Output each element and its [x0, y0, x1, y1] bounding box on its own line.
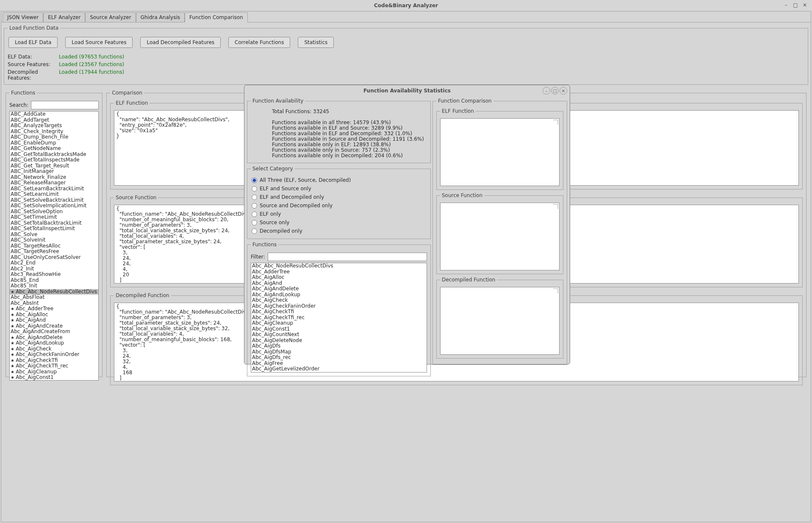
- list-item[interactable]: ABC_SetTotalInspectLimit: [10, 226, 98, 232]
- list-item[interactable]: Abc_AigCheck: [10, 346, 98, 352]
- close-icon[interactable]: ✕: [801, 1, 809, 9]
- list-item[interactable]: Abc_AigCheckTfi_rec: [251, 315, 427, 321]
- functions-listbox[interactable]: ABC_AddGateABC_AddTargetABC_AnalyzeTarge…: [9, 111, 99, 381]
- correlate-functions-button[interactable]: Correlate Functions: [228, 37, 290, 48]
- load-decompiled-features-button[interactable]: Load Decompiled Features: [140, 37, 221, 48]
- list-item[interactable]: Abc_AigCheckFaninOrder: [10, 352, 98, 358]
- radio-input[interactable]: [252, 178, 257, 183]
- list-item[interactable]: Abc_AigCountNext: [251, 332, 427, 338]
- list-item[interactable]: Abc_AigCleanup: [251, 320, 427, 326]
- list-item[interactable]: ABC_GetTotalInspectsMade: [10, 157, 98, 163]
- list-item[interactable]: ABC_InitManager: [10, 169, 98, 175]
- list-item[interactable]: ABC_SetSolveImplicationLimit: [10, 203, 98, 209]
- radio-input[interactable]: [252, 186, 257, 192]
- dialog-minimize-icon[interactable]: –: [543, 87, 550, 95]
- list-item[interactable]: Abc_AigCheckTfi_rec: [10, 363, 98, 369]
- list-item[interactable]: Abc_AigAnd: [251, 281, 427, 287]
- list-item[interactable]: ABC_SetLearnLimit: [10, 192, 98, 198]
- list-item[interactable]: Abc_AigDfs: [251, 343, 427, 349]
- list-item[interactable]: Abc_AbsInt: [10, 300, 98, 306]
- list-item[interactable]: ABC_ReleaseManager: [10, 180, 98, 186]
- dialog-close-icon[interactable]: ✕: [560, 87, 567, 95]
- list-item[interactable]: Abc_AigConst1: [10, 375, 98, 381]
- tab-elf-analyzer[interactable]: ELF Analyzer: [43, 12, 85, 22]
- list-item[interactable]: ABC_Get_Target_Result: [10, 163, 98, 169]
- list-item[interactable]: Abc_AigCheckTfi: [251, 309, 427, 315]
- dialog-decompiled-function-text[interactable]: [440, 287, 560, 355]
- category-radio-option[interactable]: ELF and Decompiled only: [251, 193, 427, 201]
- radio-input[interactable]: [252, 211, 257, 217]
- list-item[interactable]: ABC_Solve: [10, 232, 98, 238]
- list-item[interactable]: ABC_SetTimeLimit: [10, 214, 98, 220]
- list-item[interactable]: Abc_AigCountNext: [10, 381, 98, 381]
- list-item[interactable]: Abc_AigAndLookup: [251, 292, 427, 298]
- list-item[interactable]: Abc_AigDeleteNode: [251, 338, 427, 344]
- list-item[interactable]: Abc_AigCheck: [251, 298, 427, 303]
- list-item[interactable]: Abc_AigAnd: [10, 317, 98, 323]
- dialog-elf-function-text[interactable]: [440, 118, 560, 186]
- list-item[interactable]: ABC_TargetResAlloc: [10, 243, 98, 249]
- radio-input[interactable]: [252, 228, 257, 234]
- list-item[interactable]: Abc_AigAndDelete: [251, 286, 427, 292]
- category-radio-option[interactable]: Source and Decompiled only: [251, 201, 427, 210]
- list-item[interactable]: Abc_AigAndCreateFrom: [10, 329, 98, 335]
- maximize-icon[interactable]: □: [792, 1, 799, 9]
- list-item[interactable]: Abc_AbsFloat: [10, 295, 98, 300]
- list-item[interactable]: Abc_AigAlloc: [251, 275, 427, 281]
- list-item[interactable]: Abc_AigDfs_rec: [251, 355, 427, 361]
- list-item[interactable]: ABC_SetTotalBacktrackLimit: [10, 220, 98, 226]
- list-item[interactable]: ABC_SetSolveOption: [10, 209, 98, 215]
- list-item[interactable]: Abc_AigAlloc: [10, 312, 98, 318]
- list-item[interactable]: Abc_AigAndCreate: [10, 323, 98, 329]
- tab-json-viewer[interactable]: JSON Viewer: [3, 12, 43, 22]
- list-item[interactable]: Abc_AdderTree: [10, 306, 98, 312]
- list-item[interactable]: Abc2_Init: [10, 266, 98, 272]
- list-item[interactable]: Abc_AigConst1: [251, 326, 427, 332]
- filter-input[interactable]: [268, 253, 427, 261]
- list-item[interactable]: Abc3_ReadShowHie: [10, 272, 98, 278]
- list-item[interactable]: ABC_Network_Finalize: [10, 175, 98, 181]
- list-item[interactable]: Abc85_End: [10, 278, 98, 284]
- category-radio-option[interactable]: ELF only: [251, 210, 427, 218]
- list-item[interactable]: ABC_Dump_Bench_File: [10, 134, 98, 140]
- list-item[interactable]: Abc_AigCheckTfi: [10, 358, 98, 364]
- list-item[interactable]: Abc85_Init: [10, 283, 98, 289]
- list-item[interactable]: ABC_GetTotalBacktracksMade: [10, 152, 98, 158]
- list-item[interactable]: Abc_Abc_NodeResubCollectDivs: [251, 263, 427, 269]
- load-source-features-button[interactable]: Load Source Features: [65, 37, 133, 48]
- list-item[interactable]: ABC_GetNodeName: [10, 146, 98, 152]
- dialog-source-function-text[interactable]: [440, 203, 560, 270]
- statistics-button[interactable]: Statistics: [298, 37, 334, 48]
- list-item[interactable]: Abc_AigFree: [251, 361, 427, 367]
- radio-input[interactable]: [252, 203, 257, 209]
- radio-input[interactable]: [252, 220, 257, 225]
- dialog-maximize-icon[interactable]: □: [551, 87, 559, 95]
- list-item[interactable]: Abc_AigAndLookup: [10, 340, 98, 346]
- list-item[interactable]: ABC_UseOnlyCoreSatSolver: [10, 255, 98, 261]
- category-radio-option[interactable]: All Three (ELF, Source, Decompiled): [251, 176, 427, 184]
- list-item[interactable]: ABC_Check_Integrity: [10, 129, 98, 135]
- list-item[interactable]: ABC_AddTarget: [10, 117, 98, 123]
- list-item[interactable]: Abc_AigAndDelete: [10, 335, 98, 341]
- list-item[interactable]: ABC_AddGate: [10, 111, 98, 117]
- dialog-functions-listbox[interactable]: Abc_Abc_NodeResubCollectDivsAbc_AdderTre…: [251, 263, 427, 373]
- category-radio-option[interactable]: Decompiled only: [251, 227, 427, 235]
- list-item[interactable]: Abc_AigCheckFaninOrder: [251, 303, 427, 309]
- list-item[interactable]: Abc2_End: [10, 260, 98, 266]
- radio-input[interactable]: [252, 195, 257, 200]
- list-item[interactable]: ABC_SolveInit: [10, 237, 98, 243]
- category-radio-option[interactable]: Source only: [251, 218, 427, 227]
- list-item[interactable]: ABC_EnableDump: [10, 140, 98, 146]
- list-item[interactable]: Abc_AigDfsMap: [251, 349, 427, 355]
- list-item[interactable]: ABC_SetSolveBacktrackLimit: [10, 198, 98, 203]
- tab-ghidra-analysis[interactable]: Ghidra Analysis: [136, 12, 185, 22]
- list-item[interactable]: Abc_Abc_NodeResubCollectDivs: [10, 289, 98, 295]
- load-elf-data-button[interactable]: Load ELF Data: [8, 37, 58, 48]
- tab-function-comparison[interactable]: Function Comparison: [185, 12, 248, 22]
- search-input[interactable]: [31, 101, 99, 109]
- tab-source-analyzer[interactable]: Source Analyzer: [85, 12, 136, 22]
- minimize-icon[interactable]: –: [782, 1, 790, 9]
- list-item[interactable]: Abc_AigGetLevelizedOrder: [251, 366, 427, 372]
- list-item[interactable]: Abc_AigCleanup: [10, 369, 98, 375]
- list-item[interactable]: ABC_TargetResFree: [10, 249, 98, 255]
